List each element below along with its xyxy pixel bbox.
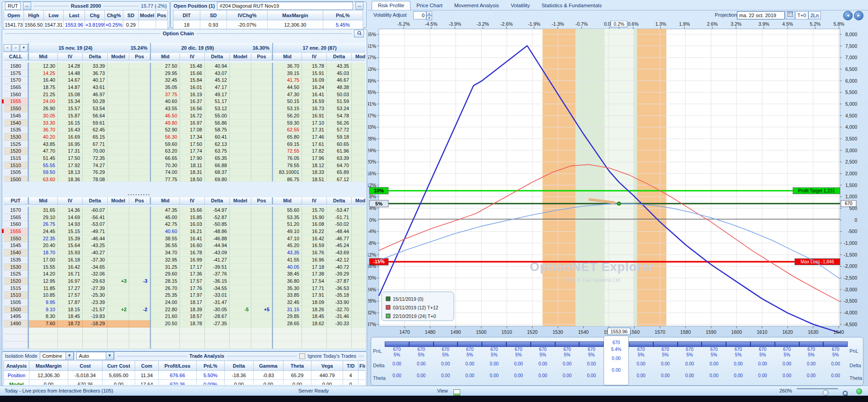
- option-cell[interactable]: -46.44: [83, 235, 108, 243]
- option-cell[interactable]: -48.44: [327, 228, 352, 235]
- option-cell[interactable]: [352, 292, 365, 299]
- option-cell[interactable]: -60.07: [83, 207, 108, 214]
- option-cell[interactable]: 16.03: [180, 221, 205, 228]
- strip-column[interactable]: 6705%0.000.00: [750, 337, 775, 385]
- chain-prev-button[interactable]: <: [4, 44, 11, 52]
- option-cell[interactable]: 15.84: [180, 77, 205, 84]
- option-cell[interactable]: [230, 70, 251, 77]
- option-cell[interactable]: [108, 320, 129, 327]
- option-cell[interactable]: -31.46: [327, 313, 352, 320]
- option-cell[interactable]: 18.57: [180, 313, 205, 320]
- option-cell[interactable]: 12.30: [29, 63, 58, 70]
- option-cell[interactable]: 37.75: [151, 91, 180, 98]
- option-cell[interactable]: 49.10: [273, 228, 302, 235]
- option-cell[interactable]: [129, 63, 150, 70]
- option-cell[interactable]: [230, 169, 251, 176]
- option-cell[interactable]: -51.71: [327, 214, 352, 221]
- option-cell[interactable]: -32.06: [83, 271, 108, 278]
- option-cell[interactable]: -30.33: [327, 320, 352, 327]
- option-cell[interactable]: [230, 235, 251, 243]
- option-cell[interactable]: [230, 257, 251, 264]
- option-cell[interactable]: 26.90: [29, 105, 58, 112]
- option-cell[interactable]: 59.30: [273, 120, 302, 127]
- option-cell[interactable]: [129, 91, 150, 98]
- option-cell[interactable]: 36.70: [29, 126, 58, 134]
- option-cell[interactable]: 15.93: [58, 249, 83, 257]
- option-cell[interactable]: 14.67: [58, 77, 83, 84]
- option-cell[interactable]: -40.27: [83, 249, 108, 257]
- option-cell[interactable]: [352, 271, 365, 278]
- option-cell[interactable]: 40.60: [151, 98, 180, 105]
- option-cell[interactable]: [352, 148, 365, 155]
- option-cell[interactable]: [352, 112, 365, 120]
- option-cell[interactable]: 22.35: [29, 235, 58, 243]
- option-cell[interactable]: 16.15: [58, 120, 83, 127]
- option-cell[interactable]: [108, 169, 129, 176]
- option-cell[interactable]: [129, 313, 150, 320]
- strip-column[interactable]: 6705%0.000.00: [775, 337, 799, 385]
- option-cell[interactable]: 65.35: [205, 155, 230, 162]
- option-cell[interactable]: 50.28: [83, 98, 108, 105]
- option-cell[interactable]: 29.85: [273, 313, 302, 320]
- option-cell[interactable]: 15.66: [180, 207, 205, 214]
- option-cell[interactable]: 27.50: [151, 63, 180, 70]
- option-cell[interactable]: 40.17: [83, 77, 108, 84]
- expiration-header-2[interactable]: 17 ene. 20 (87)16.41%: [272, 43, 365, 53]
- option-cell[interactable]: 68.37: [205, 169, 230, 176]
- option-cell[interactable]: 16.37: [180, 98, 205, 105]
- option-cell[interactable]: 31.25: [151, 264, 180, 271]
- option-cell[interactable]: [251, 134, 272, 141]
- strip-column[interactable]: 6705%0.000.00: [579, 337, 604, 385]
- option-cell[interactable]: [108, 155, 129, 162]
- option-cell[interactable]: 55.00: [205, 112, 230, 120]
- option-cell[interactable]: [251, 141, 272, 148]
- step-back-button[interactable]: ◄: [843, 11, 853, 20]
- option-cell[interactable]: 18.17: [180, 299, 205, 306]
- option-cell[interactable]: [352, 141, 365, 148]
- option-cell[interactable]: 18.26: [302, 306, 327, 313]
- option-cell[interactable]: 18.15: [58, 306, 83, 313]
- strip-column[interactable]: 6705%0.000.00: [409, 337, 434, 385]
- option-cell[interactable]: 63.60: [29, 176, 58, 182]
- option-cell[interactable]: 76.05: [273, 155, 302, 162]
- option-cell[interactable]: 17.90: [180, 155, 205, 162]
- option-cell[interactable]: 16.95: [58, 141, 83, 148]
- option-cell[interactable]: [129, 214, 150, 221]
- option-cell[interactable]: -27.35: [205, 320, 230, 327]
- option-cell[interactable]: 74.00: [151, 169, 180, 176]
- option-cell[interactable]: 39.15: [273, 70, 302, 77]
- option-cell[interactable]: 46.67: [327, 77, 352, 84]
- option-cell[interactable]: -45.24: [327, 242, 352, 249]
- option-cell[interactable]: 12.95: [29, 278, 58, 285]
- option-cell[interactable]: 41.75: [273, 77, 302, 84]
- projection-date-field[interactable]: ma. 22 oct. 2019: [737, 11, 785, 19]
- option-cell[interactable]: [230, 162, 251, 169]
- option-cell[interactable]: 83.10001: [273, 169, 302, 176]
- option-cell[interactable]: 78.08: [83, 176, 108, 182]
- option-cell[interactable]: 18.51: [302, 176, 327, 182]
- option-cell[interactable]: 16.22: [302, 228, 327, 235]
- calendar-icon[interactable]: [786, 11, 795, 19]
- option-cell[interactable]: 53.24: [327, 105, 352, 112]
- option-cell[interactable]: [129, 242, 150, 249]
- option-cell[interactable]: 49.80: [151, 120, 180, 127]
- option-cell[interactable]: 15.70: [302, 207, 327, 214]
- option-cell[interactable]: [108, 292, 129, 299]
- option-cell[interactable]: [352, 84, 365, 91]
- option-cell[interactable]: 15.78: [302, 63, 327, 70]
- option-cell[interactable]: 42.75: [151, 221, 180, 228]
- option-cell[interactable]: +5: [251, 306, 272, 313]
- option-cell[interactable]: 15.87: [58, 112, 83, 120]
- option-cell[interactable]: 51.17: [205, 98, 230, 105]
- option-cell[interactable]: [230, 285, 251, 292]
- option-cell[interactable]: -34.55: [205, 285, 230, 292]
- option-cell[interactable]: 22.80: [151, 306, 180, 313]
- option-cell[interactable]: [352, 221, 365, 228]
- option-cell[interactable]: [352, 155, 365, 162]
- option-cell[interactable]: [352, 285, 365, 292]
- option-cell[interactable]: -23.39: [83, 299, 108, 306]
- option-cell[interactable]: [251, 155, 272, 162]
- option-cell[interactable]: 77.75: [151, 176, 180, 182]
- option-cell[interactable]: [230, 63, 251, 70]
- option-cell[interactable]: 47.17: [205, 84, 230, 91]
